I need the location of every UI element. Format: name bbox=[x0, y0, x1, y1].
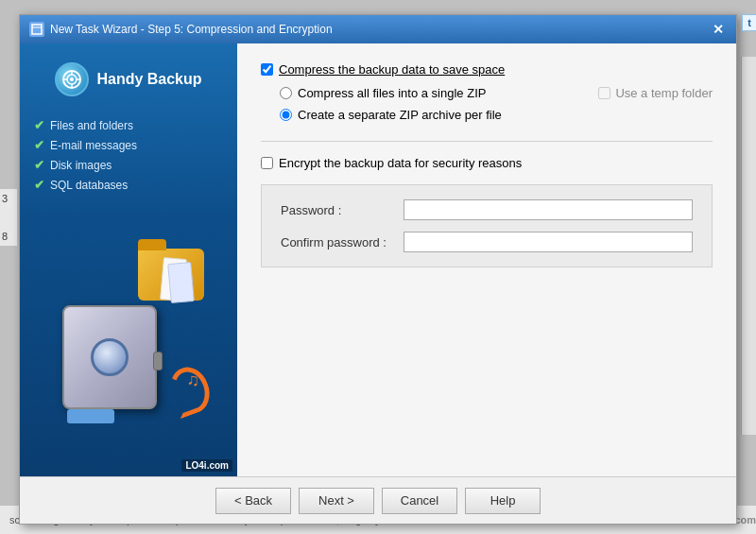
password-field-row: Password : bbox=[281, 199, 693, 220]
right-scrollbar[interactable] bbox=[741, 57, 756, 435]
safe-dial bbox=[91, 338, 129, 376]
paper-2 bbox=[167, 261, 195, 302]
compress-label-text: Compress the backup data to save space bbox=[279, 62, 505, 77]
title-bar: New Task Wizard - Step 5: Compression an… bbox=[20, 15, 736, 43]
radio-per-file[interactable] bbox=[280, 109, 292, 121]
bottom-bar: < Back Next > Cancel Help bbox=[20, 476, 736, 524]
svg-rect-0 bbox=[32, 25, 42, 34]
radio-row-single-zip: Compress all files into a single ZIP Use… bbox=[280, 86, 713, 100]
left-panel: Handy Backup ✔ Files and folders ✔ E-mai… bbox=[20, 43, 237, 476]
right-panel: Compress the backup data to save space C… bbox=[237, 43, 736, 476]
music-note-icon: ♫ bbox=[187, 370, 200, 390]
brand-name: Handy Backup bbox=[96, 71, 201, 88]
compress-checkbox[interactable] bbox=[261, 63, 273, 76]
brand-logo: Handy Backup bbox=[55, 62, 201, 96]
radio-row-per-file: Create a separate ZIP archive per file bbox=[280, 108, 713, 122]
radio-per-file-label: Create a separate ZIP archive per file bbox=[298, 108, 502, 122]
check-icon-0: ✔ bbox=[34, 118, 44, 132]
check-icon-3: ✔ bbox=[34, 178, 44, 192]
feature-item-0: ✔ Files and folders bbox=[34, 115, 223, 135]
feature-item-2: ✔ Disk images bbox=[34, 155, 223, 175]
radio-single-zip[interactable] bbox=[280, 87, 292, 99]
confirm-password-input[interactable] bbox=[404, 232, 693, 252]
compression-radio-group: Compress all files into a single ZIP Use… bbox=[280, 86, 713, 122]
password-label: Password : bbox=[281, 203, 404, 217]
title-bar-left: New Task Wizard - Step 5: Compression an… bbox=[29, 22, 333, 37]
logo-overlay: LO4i.com bbox=[181, 459, 232, 472]
svg-point-4 bbox=[70, 78, 74, 81]
next-button[interactable]: Next > bbox=[299, 488, 374, 514]
back-button[interactable]: < Back bbox=[215, 488, 291, 514]
compress-checkbox-label[interactable]: Compress the backup data to save space bbox=[261, 62, 713, 77]
section-divider bbox=[261, 141, 713, 142]
confirm-password-field-row: Confirm password : bbox=[281, 232, 693, 252]
temp-folder-option: Use a temp folder bbox=[598, 86, 713, 100]
feature-list: ✔ Files and folders ✔ E-mail messages ✔ … bbox=[34, 115, 223, 195]
title-bar-icon bbox=[29, 22, 44, 37]
confirm-password-label: Confirm password : bbox=[281, 235, 404, 250]
close-button[interactable]: ✕ bbox=[710, 21, 727, 38]
check-icon-2: ✔ bbox=[34, 158, 44, 172]
password-group: Password : Confirm password : bbox=[261, 184, 713, 267]
help-button[interactable]: Help bbox=[465, 488, 541, 514]
feature-item-1: ✔ E-mail messages bbox=[34, 135, 223, 155]
temp-folder-checkbox[interactable] bbox=[598, 87, 610, 99]
safe-legs bbox=[67, 409, 114, 423]
encrypt-label-text: Encrypt the backup data for security rea… bbox=[279, 156, 522, 170]
cancel-button[interactable]: Cancel bbox=[382, 488, 457, 514]
watermark-tab: t bbox=[742, 14, 756, 31]
safe-illustration: ♫ bbox=[43, 239, 214, 428]
brand-logo-icon bbox=[55, 62, 89, 96]
radio-single-zip-label: Compress all files into a single ZIP bbox=[298, 86, 486, 100]
safe-illustration-area: ♫ bbox=[34, 209, 223, 457]
password-input[interactable] bbox=[404, 199, 693, 220]
encrypt-checkbox[interactable] bbox=[261, 157, 273, 169]
encrypt-checkbox-label[interactable]: Encrypt the backup data for security rea… bbox=[261, 156, 713, 170]
safe-handle bbox=[153, 352, 163, 370]
dialog-title: New Task Wizard - Step 5: Compression an… bbox=[50, 23, 333, 36]
feature-item-3: ✔ SQL databases bbox=[34, 175, 223, 195]
encryption-section: Encrypt the backup data for security rea… bbox=[261, 156, 713, 170]
dialog-body: Handy Backup ✔ Files and folders ✔ E-mai… bbox=[20, 43, 736, 476]
compression-section: Compress the backup data to save space C… bbox=[261, 62, 713, 122]
dialog-window: New Task Wizard - Step 5: Compression an… bbox=[19, 14, 737, 525]
safe-body bbox=[62, 305, 157, 409]
left-numbers: 3 8 bbox=[0, 189, 17, 246]
temp-folder-label: Use a temp folder bbox=[615, 86, 713, 100]
check-icon-1: ✔ bbox=[34, 138, 44, 152]
